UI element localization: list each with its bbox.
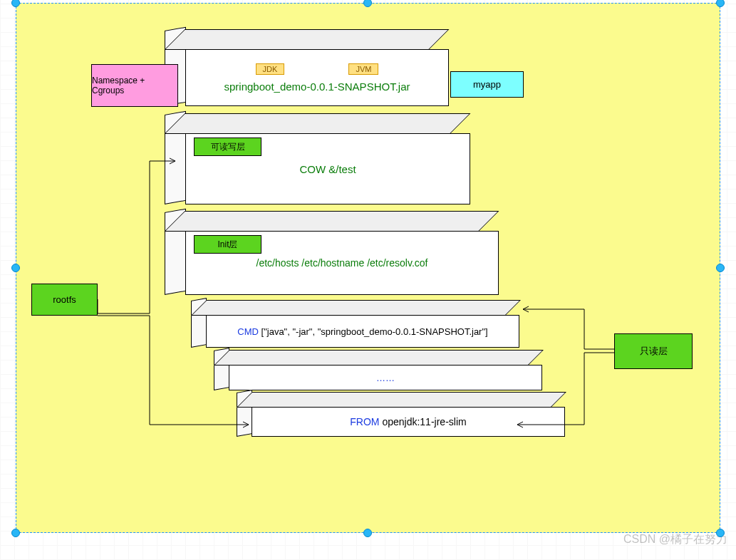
label-namespace: Namespace + Cgroups — [91, 64, 178, 107]
dots-text: …… — [376, 373, 395, 383]
cmd-args: ["java", "-jar", "springboot_demo-0.0.1-… — [259, 326, 488, 337]
tag-jvm: JVM — [348, 63, 378, 75]
handle-sw[interactable] — [11, 529, 20, 537]
label-readonly: 只读层 — [614, 333, 693, 369]
handle-e[interactable] — [716, 264, 725, 272]
handle-s[interactable] — [363, 529, 372, 537]
handle-ne[interactable] — [716, 0, 725, 7]
layer-dots-front: …… — [229, 365, 542, 390]
layer-init-text: /etc/hosts /etc/hostname /etc/resolv.cof — [256, 257, 428, 269]
handle-se[interactable] — [716, 529, 725, 537]
label-myapp: myapp — [450, 71, 524, 98]
from-keyword: FROM — [350, 416, 379, 427]
layer-rw-text: COW &/test — [299, 163, 356, 175]
tab-init: Init层 — [194, 235, 261, 254]
label-rootfs: rootfs — [31, 284, 98, 316]
tag-jdk: JDK — [256, 63, 285, 75]
layer-from-front: FROM openjdk:11-jre-slim — [252, 407, 565, 437]
handle-w[interactable] — [11, 264, 20, 272]
cmd-keyword: CMD — [237, 326, 259, 337]
tab-rw: 可读写层 — [194, 138, 261, 156]
from-args: openjdk:11-jre-slim — [380, 416, 467, 427]
watermark: CSDN @橘子在努力 — [623, 532, 727, 547]
canvas: JDK JVM springboot_demo-0.0.1-SNAPSHOT.j… — [0, 0, 736, 560]
layer-top-text: springboot_demo-0.0.1-SNAPSHOT.jar — [224, 81, 410, 93]
layer-cmd-front: CMD ["java", "-jar", "springboot_demo-0.… — [206, 315, 519, 348]
layer-top-front: JDK JVM springboot_demo-0.0.1-SNAPSHOT.j… — [185, 49, 449, 106]
